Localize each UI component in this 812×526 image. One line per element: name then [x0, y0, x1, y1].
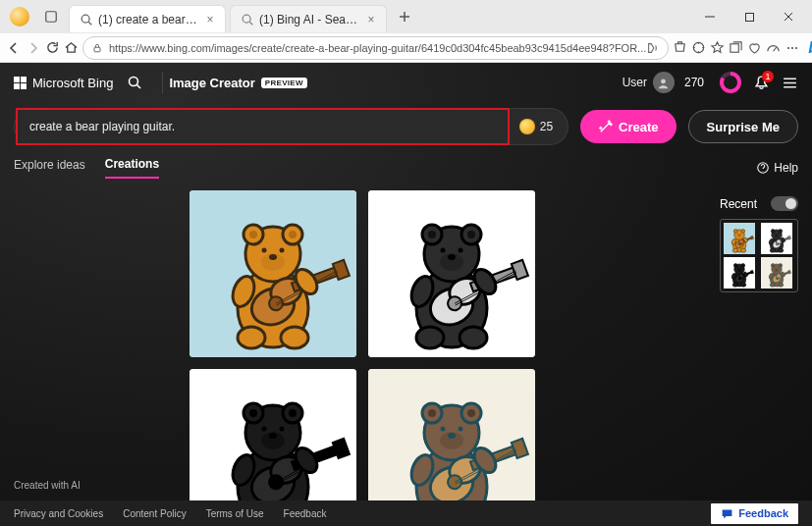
svg-point-44: [440, 248, 445, 253]
results-gallery: [14, 190, 710, 502]
recent-toggle[interactable]: [771, 196, 798, 211]
footer-content-link[interactable]: Content Policy: [123, 508, 186, 519]
nav-forward-button[interactable]: [26, 35, 41, 61]
url-text: https://www.bing.com/images/create/creat…: [109, 42, 646, 54]
notifications-button[interactable]: 1: [753, 75, 770, 91]
product-title: Image Creator: [169, 76, 254, 90]
user-chip[interactable]: User: [623, 72, 675, 93]
wand-icon: [598, 120, 613, 134]
result-tile[interactable]: [368, 190, 535, 357]
svg-rect-6: [731, 44, 738, 52]
bing-logo[interactable]: Microsoft Bing: [14, 76, 113, 90]
svg-point-143: [738, 269, 740, 270]
performance-icon[interactable]: [766, 35, 781, 61]
menu-button[interactable]: [782, 75, 798, 91]
page-body: Microsoft Bing Image Creator PREVIEW Use…: [0, 63, 812, 526]
coin-icon: [519, 119, 535, 134]
svg-point-43: [448, 254, 456, 260]
svg-point-104: [737, 234, 738, 235]
svg-point-136: [741, 283, 746, 287]
extensions-icon[interactable]: [691, 35, 706, 61]
preview-badge: PREVIEW: [261, 78, 307, 88]
rewards-icon[interactable]: [720, 72, 741, 93]
svg-point-1: [81, 15, 89, 23]
tab-close-icon[interactable]: ×: [364, 13, 378, 26]
separator: [162, 72, 163, 93]
create-button[interactable]: Create: [580, 110, 676, 143]
svg-point-35: [416, 327, 444, 348]
recent-thumbnails[interactable]: [720, 219, 798, 292]
svg-point-161: [780, 265, 782, 267]
tab-actions-icon[interactable]: [35, 3, 67, 30]
browser-tab-1[interactable]: (1) create a bear playing guitar - ×: [69, 5, 226, 32]
shopping-icon[interactable]: [673, 35, 687, 61]
browser-tab-2[interactable]: (1) Bing AI - Search ×: [230, 5, 387, 32]
chat-icon: [721, 507, 733, 520]
svg-point-11: [662, 79, 667, 83]
footer-feedback-link[interactable]: Feedback: [284, 508, 327, 519]
svg-point-160: [772, 265, 774, 267]
feedback-button[interactable]: Feedback: [711, 503, 798, 524]
result-tile[interactable]: [189, 190, 356, 357]
svg-point-80: [428, 409, 436, 417]
surprise-button[interactable]: Surprise Me: [688, 110, 798, 143]
svg-point-155: [770, 283, 775, 287]
points-value: 270: [684, 76, 704, 89]
svg-point-21: [289, 231, 297, 238]
recent-thumb[interactable]: [761, 257, 792, 289]
nav-home-button[interactable]: [64, 35, 79, 61]
more-menu-icon[interactable]: [785, 35, 800, 61]
window-minimize-button[interactable]: [690, 3, 730, 30]
svg-point-83: [448, 433, 456, 439]
footer-terms-link[interactable]: Terms of Use: [206, 508, 264, 519]
prompt-field-wrap: 25: [14, 108, 568, 145]
nav-back-button[interactable]: [6, 35, 22, 61]
svg-point-96: [741, 248, 746, 252]
collections-icon[interactable]: [729, 35, 743, 61]
bing-sidebar-icon[interactable]: b: [808, 37, 812, 59]
recent-thumb[interactable]: [724, 223, 755, 254]
address-bar[interactable]: https://www.bing.com/images/create/creat…: [82, 36, 669, 60]
svg-point-81: [467, 409, 475, 417]
nav-refresh-button[interactable]: [45, 35, 60, 61]
tab-close-icon[interactable]: ×: [203, 13, 217, 26]
window-close-button[interactable]: [769, 3, 808, 30]
svg-point-105: [740, 234, 741, 235]
profile-avatar-icon[interactable]: [10, 7, 29, 26]
svg-point-61: [289, 409, 297, 417]
points-chip[interactable]: 270: [684, 76, 704, 89]
page-tabs: Explore ideas Creations Help: [0, 147, 812, 186]
prompt-input[interactable]: [16, 108, 510, 145]
svg-point-20: [249, 231, 257, 238]
svg-point-65: [279, 427, 284, 432]
tab-explore[interactable]: Explore ideas: [14, 158, 85, 178]
svg-point-116: [778, 248, 783, 252]
recent-thumb[interactable]: [724, 257, 755, 289]
help-link[interactable]: Help: [756, 161, 798, 175]
svg-point-36: [460, 327, 487, 348]
svg-point-84: [440, 427, 445, 432]
surprise-button-label: Surprise Me: [707, 120, 780, 134]
window-maximize-button[interactable]: [730, 3, 769, 30]
favorites-icon[interactable]: [710, 35, 725, 61]
health-icon[interactable]: [747, 35, 762, 61]
svg-point-24: [261, 248, 266, 253]
boost-count: 25: [540, 120, 553, 133]
svg-point-60: [249, 409, 257, 417]
ai-watermark: Created with AI: [14, 480, 81, 491]
svg-point-41: [467, 231, 475, 238]
tab-creations[interactable]: Creations: [105, 157, 159, 179]
svg-point-40: [428, 231, 436, 238]
recent-thumb[interactable]: [761, 223, 792, 254]
create-button-label: Create: [619, 120, 658, 134]
svg-point-23: [269, 254, 277, 260]
footer-privacy-link[interactable]: Privacy and Cookies: [14, 508, 103, 519]
svg-point-25: [279, 248, 284, 253]
search-icon[interactable]: [127, 75, 142, 90]
read-aloud-icon[interactable]: [646, 41, 660, 55]
new-tab-button[interactable]: [389, 3, 420, 30]
browser-tab-1-title: (1) create a bear playing guitar -: [98, 13, 199, 26]
help-label: Help: [774, 161, 798, 175]
boost-chip[interactable]: 25: [510, 119, 563, 134]
svg-point-101: [742, 231, 744, 233]
